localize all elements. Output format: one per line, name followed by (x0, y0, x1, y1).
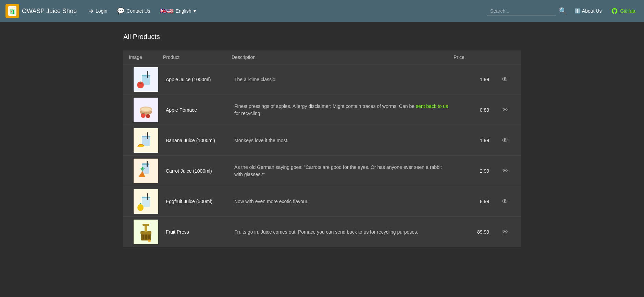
eye-icon: 👁 (502, 76, 508, 83)
about-button[interactable]: ℹ️ About Us (571, 6, 605, 16)
github-button[interactable]: GitHub (608, 5, 639, 16)
table-row: Apple Juice (1000ml) The all-time classi… (123, 64, 521, 95)
product-desc: Fruits go in. Juice comes out. Pomace yo… (232, 228, 454, 236)
product-desc: As the old German saying goes: "Carrots … (232, 164, 454, 178)
page-title: All Products (123, 29, 521, 45)
header-image: Image (129, 54, 163, 60)
login-icon: ➜ (88, 7, 94, 15)
product-name: Fruit Press (163, 229, 232, 235)
about-icon: ℹ️ (575, 8, 581, 14)
product-image (134, 159, 158, 183)
table-row: Apple Pomace Finest pressings of apples.… (123, 95, 521, 125)
product-name: Apple Juice (1000ml) (163, 77, 232, 82)
svg-point-10 (141, 108, 151, 111)
svg-text:🧃: 🧃 (9, 7, 16, 15)
header-product: Product (163, 54, 232, 60)
product-price: 2.99 (454, 168, 495, 174)
svg-point-23 (137, 204, 144, 211)
product-image-cell (129, 67, 163, 92)
product-price: 1.99 (454, 77, 495, 82)
login-button[interactable]: ➜ Login (85, 5, 111, 17)
eye-icon: 👁 (502, 198, 508, 205)
language-label: English (176, 8, 191, 14)
product-name: Banana Juice (1000ml) (163, 138, 232, 143)
svg-rect-26 (145, 235, 147, 239)
contact-icon: 💬 (117, 7, 124, 15)
eye-icon: 👁 (502, 228, 508, 236)
svg-rect-19 (147, 161, 148, 167)
table-row: Fruit Press Fruits go in. Juice comes ou… (123, 217, 521, 247)
login-label: Login (96, 8, 107, 14)
view-product-button[interactable]: 👁 (495, 107, 515, 114)
header-description: Description (232, 54, 454, 60)
product-image-cell (129, 98, 163, 122)
table-header: Image Product Description Price (123, 50, 521, 64)
svg-rect-16 (147, 132, 148, 139)
header-price: Price (454, 54, 495, 60)
svg-rect-22 (147, 193, 148, 200)
product-name: Eggfruit Juice (500ml) (163, 199, 232, 204)
product-image (134, 128, 158, 153)
product-image (134, 220, 158, 244)
table-row: Eggfruit Juice (500ml) Now with even mor… (123, 186, 521, 217)
product-image (134, 67, 158, 92)
svg-rect-5 (147, 71, 148, 78)
github-icon (611, 8, 618, 14)
view-product-button[interactable]: 👁 (495, 228, 515, 236)
github-label: GitHub (620, 8, 635, 14)
svg-rect-21 (142, 197, 150, 198)
product-desc: Finest pressings of apples. Allergy disc… (232, 103, 454, 117)
product-image-cell (129, 220, 163, 244)
recycling-link[interactable]: sent back to us (416, 103, 448, 109)
view-product-button[interactable]: 👁 (495, 168, 515, 175)
svg-rect-18 (142, 163, 149, 165)
product-image-cell (129, 159, 163, 183)
brand-logo[interactable]: 🧃 OWASP Juice Shop (5, 4, 77, 18)
product-image-cell (129, 128, 163, 153)
product-image-cell (129, 189, 163, 214)
eye-icon: 👁 (502, 137, 508, 144)
product-image (134, 98, 158, 122)
search-input[interactable] (487, 7, 556, 15)
main-content: All Products Image Product Description P… (116, 22, 528, 254)
svg-rect-25 (143, 235, 144, 239)
brand-title: OWASP Juice Shop (22, 8, 77, 15)
svg-point-13 (146, 114, 150, 118)
flag-icons: 🇬🇧🇺🇸 (160, 8, 174, 14)
product-desc: Monkeys love it the most. (232, 137, 454, 144)
eye-icon: 👁 (502, 107, 508, 114)
view-product-button[interactable]: 👁 (495, 198, 515, 205)
header-actions (495, 54, 515, 60)
table-row: Banana Juice (1000ml) Monkeys love it th… (123, 125, 521, 156)
view-product-button[interactable]: 👁 (495, 137, 515, 144)
contact-label: Contact Us (126, 8, 150, 14)
search-icon: 🔍 (559, 7, 567, 15)
language-selector[interactable]: 🇬🇧🇺🇸 English ▾ (157, 6, 199, 16)
product-price: 8.99 (454, 199, 495, 204)
svg-rect-15 (142, 136, 150, 137)
product-desc: The all-time classic. (232, 76, 454, 83)
chevron-down-icon: ▾ (194, 8, 196, 14)
search-area: 🔍 (487, 5, 569, 16)
navbar: 🧃 OWASP Juice Shop ➜ Login 💬 Contact Us … (0, 0, 644, 22)
svg-rect-30 (143, 224, 149, 226)
svg-rect-4 (142, 75, 150, 76)
product-price: 1.99 (454, 138, 495, 143)
product-price: 0.89 (454, 107, 495, 113)
brand-icon: 🧃 (5, 4, 19, 18)
svg-rect-27 (148, 235, 150, 239)
svg-point-31 (148, 239, 151, 242)
product-name: Apple Pomace (163, 107, 232, 113)
product-image (134, 189, 158, 214)
product-price: 89.99 (454, 229, 495, 235)
table-row: Carrot Juice (1000ml) As the old German … (123, 156, 521, 186)
product-name: Carrot Juice (1000ml) (163, 168, 232, 174)
svg-rect-12 (143, 113, 144, 114)
search-button[interactable]: 🔍 (557, 5, 569, 16)
product-desc: Now with even more exotic flavour. (232, 198, 454, 205)
contact-button[interactable]: 💬 Contact Us (113, 5, 153, 17)
products-table: Image Product Description Price (123, 50, 521, 247)
view-product-button[interactable]: 👁 (495, 76, 515, 83)
eye-icon: 👁 (502, 168, 508, 175)
about-label: About Us (582, 8, 602, 14)
